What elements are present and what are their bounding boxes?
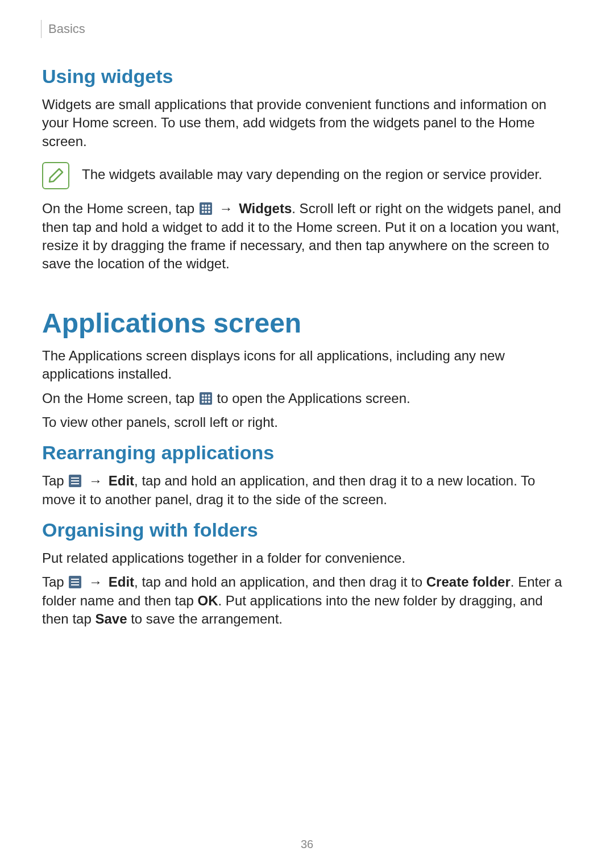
note-block: The widgets available may vary depending… bbox=[42, 161, 572, 189]
widgets-label: Widgets bbox=[239, 201, 292, 216]
apps-grid-icon bbox=[200, 392, 212, 405]
note-pencil-icon bbox=[42, 162, 69, 189]
edit-label: Edit bbox=[109, 473, 134, 488]
section-label: Basics bbox=[48, 22, 85, 36]
ok-label: OK bbox=[198, 593, 218, 608]
apps-screen-p1: The Applications screen displays icons f… bbox=[42, 347, 572, 384]
heading-using-widgets: Using widgets bbox=[42, 65, 572, 88]
apps-grid-icon bbox=[200, 202, 212, 215]
apps-screen-p3: To view other panels, scroll left or rig… bbox=[42, 413, 572, 431]
note-text: The widgets available may vary depending… bbox=[82, 161, 542, 184]
edit-label: Edit bbox=[109, 574, 134, 589]
using-widgets-instructions: On the Home screen, tap → Widgets. Scrol… bbox=[42, 200, 572, 273]
apps-screen-p2: On the Home screen, tap to open the Appl… bbox=[42, 389, 572, 408]
organising-p1: Put related applications together in a f… bbox=[42, 549, 572, 567]
instr-prefix: On the Home screen, tap bbox=[42, 201, 198, 216]
arrow-icon: → bbox=[219, 201, 233, 216]
page-number: 36 bbox=[0, 838, 614, 851]
organising-suffix: to save the arrangement. bbox=[127, 611, 283, 626]
header-divider bbox=[41, 20, 42, 38]
using-widgets-intro: Widgets are small applications that prov… bbox=[42, 95, 572, 151]
header-bar: Basics bbox=[42, 20, 572, 38]
save-label: Save bbox=[95, 611, 127, 626]
rearranging-p: Tap → Edit, tap and hold an application,… bbox=[42, 472, 572, 509]
organising-p2: Tap → Edit, tap and hold an application,… bbox=[42, 573, 572, 628]
rearranging-prefix: Tap bbox=[42, 473, 68, 488]
apps-screen-p2-suffix: to open the Applications screen. bbox=[213, 391, 410, 406]
menu-list-icon bbox=[69, 576, 81, 588]
heading-organising: Organising with folders bbox=[42, 519, 572, 541]
organising-mid1: , tap and hold an application, and then … bbox=[134, 574, 426, 589]
arrow-icon: → bbox=[89, 574, 102, 589]
apps-screen-p2-prefix: On the Home screen, tap bbox=[42, 391, 198, 406]
create-folder-label: Create folder bbox=[426, 574, 511, 589]
heading-rearranging: Rearranging applications bbox=[42, 442, 572, 464]
menu-list-icon bbox=[69, 475, 81, 487]
document-page: Basics Using widgets Widgets are small a… bbox=[0, 0, 614, 657]
arrow-icon: → bbox=[89, 473, 102, 488]
organising-prefix: Tap bbox=[42, 574, 68, 589]
heading-applications-screen: Applications screen bbox=[42, 308, 572, 339]
